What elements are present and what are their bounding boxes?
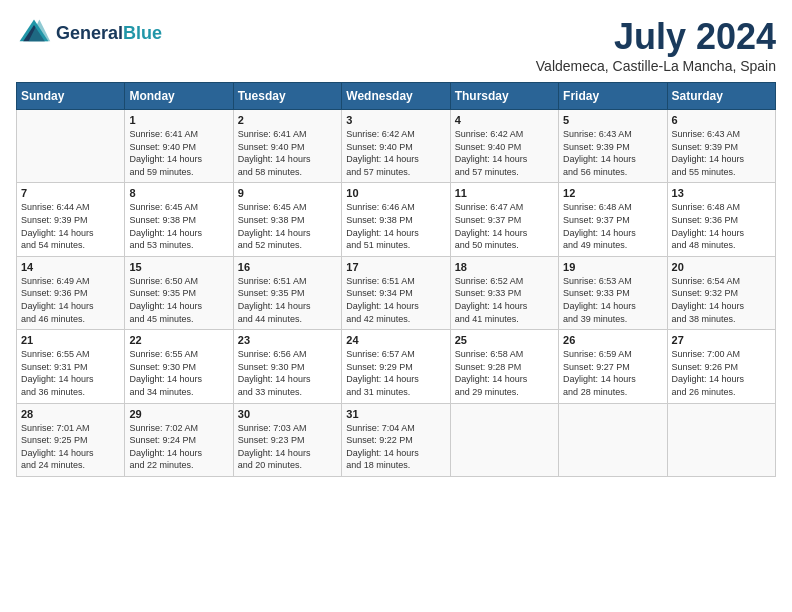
calendar-week-row: 14Sunrise: 6:49 AM Sunset: 9:36 PM Dayli… — [17, 256, 776, 329]
day-number: 7 — [21, 187, 120, 199]
calendar-cell: 18Sunrise: 6:52 AM Sunset: 9:33 PM Dayli… — [450, 256, 558, 329]
day-info: Sunrise: 7:02 AM Sunset: 9:24 PM Dayligh… — [129, 422, 228, 472]
day-header-sunday: Sunday — [17, 83, 125, 110]
day-number: 8 — [129, 187, 228, 199]
day-info: Sunrise: 6:57 AM Sunset: 9:29 PM Dayligh… — [346, 348, 445, 398]
day-info: Sunrise: 7:04 AM Sunset: 9:22 PM Dayligh… — [346, 422, 445, 472]
day-number: 14 — [21, 261, 120, 273]
calendar-cell: 22Sunrise: 6:55 AM Sunset: 9:30 PM Dayli… — [125, 330, 233, 403]
day-number: 25 — [455, 334, 554, 346]
day-info: Sunrise: 6:54 AM Sunset: 9:32 PM Dayligh… — [672, 275, 771, 325]
calendar-table: SundayMondayTuesdayWednesdayThursdayFrid… — [16, 82, 776, 477]
calendar-week-row: 21Sunrise: 6:55 AM Sunset: 9:31 PM Dayli… — [17, 330, 776, 403]
day-number: 29 — [129, 408, 228, 420]
day-number: 22 — [129, 334, 228, 346]
day-header-saturday: Saturday — [667, 83, 775, 110]
calendar-cell: 27Sunrise: 7:00 AM Sunset: 9:26 PM Dayli… — [667, 330, 775, 403]
calendar-cell: 11Sunrise: 6:47 AM Sunset: 9:37 PM Dayli… — [450, 183, 558, 256]
day-info: Sunrise: 6:58 AM Sunset: 9:28 PM Dayligh… — [455, 348, 554, 398]
day-info: Sunrise: 6:42 AM Sunset: 9:40 PM Dayligh… — [455, 128, 554, 178]
calendar-cell — [450, 403, 558, 476]
calendar-cell: 14Sunrise: 6:49 AM Sunset: 9:36 PM Dayli… — [17, 256, 125, 329]
calendar-cell: 5Sunrise: 6:43 AM Sunset: 9:39 PM Daylig… — [559, 110, 667, 183]
day-info: Sunrise: 7:01 AM Sunset: 9:25 PM Dayligh… — [21, 422, 120, 472]
calendar-cell: 31Sunrise: 7:04 AM Sunset: 9:22 PM Dayli… — [342, 403, 450, 476]
day-info: Sunrise: 7:00 AM Sunset: 9:26 PM Dayligh… — [672, 348, 771, 398]
day-number: 11 — [455, 187, 554, 199]
calendar-cell: 19Sunrise: 6:53 AM Sunset: 9:33 PM Dayli… — [559, 256, 667, 329]
calendar-week-row: 7Sunrise: 6:44 AM Sunset: 9:39 PM Daylig… — [17, 183, 776, 256]
day-number: 6 — [672, 114, 771, 126]
day-info: Sunrise: 6:55 AM Sunset: 9:30 PM Dayligh… — [129, 348, 228, 398]
logo: GeneralBlue — [16, 16, 162, 52]
calendar-cell: 7Sunrise: 6:44 AM Sunset: 9:39 PM Daylig… — [17, 183, 125, 256]
day-info: Sunrise: 6:43 AM Sunset: 9:39 PM Dayligh… — [672, 128, 771, 178]
calendar-cell: 6Sunrise: 6:43 AM Sunset: 9:39 PM Daylig… — [667, 110, 775, 183]
calendar-header-row: SundayMondayTuesdayWednesdayThursdayFrid… — [17, 83, 776, 110]
calendar-cell: 4Sunrise: 6:42 AM Sunset: 9:40 PM Daylig… — [450, 110, 558, 183]
day-number: 24 — [346, 334, 445, 346]
calendar-cell: 26Sunrise: 6:59 AM Sunset: 9:27 PM Dayli… — [559, 330, 667, 403]
calendar-cell: 15Sunrise: 6:50 AM Sunset: 9:35 PM Dayli… — [125, 256, 233, 329]
day-info: Sunrise: 6:51 AM Sunset: 9:34 PM Dayligh… — [346, 275, 445, 325]
calendar-cell — [17, 110, 125, 183]
calendar-cell: 20Sunrise: 6:54 AM Sunset: 9:32 PM Dayli… — [667, 256, 775, 329]
day-number: 5 — [563, 114, 662, 126]
calendar-cell — [559, 403, 667, 476]
day-number: 20 — [672, 261, 771, 273]
calendar-cell: 2Sunrise: 6:41 AM Sunset: 9:40 PM Daylig… — [233, 110, 341, 183]
logo-text: GeneralBlue — [56, 24, 162, 44]
day-number: 31 — [346, 408, 445, 420]
calendar-body: 1Sunrise: 6:41 AM Sunset: 9:40 PM Daylig… — [17, 110, 776, 477]
day-number: 26 — [563, 334, 662, 346]
day-number: 19 — [563, 261, 662, 273]
calendar-cell: 28Sunrise: 7:01 AM Sunset: 9:25 PM Dayli… — [17, 403, 125, 476]
day-number: 17 — [346, 261, 445, 273]
calendar-cell: 3Sunrise: 6:42 AM Sunset: 9:40 PM Daylig… — [342, 110, 450, 183]
day-number: 16 — [238, 261, 337, 273]
calendar-week-row: 1Sunrise: 6:41 AM Sunset: 9:40 PM Daylig… — [17, 110, 776, 183]
day-info: Sunrise: 6:43 AM Sunset: 9:39 PM Dayligh… — [563, 128, 662, 178]
day-number: 23 — [238, 334, 337, 346]
day-info: Sunrise: 7:03 AM Sunset: 9:23 PM Dayligh… — [238, 422, 337, 472]
calendar-cell: 24Sunrise: 6:57 AM Sunset: 9:29 PM Dayli… — [342, 330, 450, 403]
calendar-cell: 8Sunrise: 6:45 AM Sunset: 9:38 PM Daylig… — [125, 183, 233, 256]
month-title: July 2024 — [536, 16, 776, 58]
day-info: Sunrise: 6:52 AM Sunset: 9:33 PM Dayligh… — [455, 275, 554, 325]
day-info: Sunrise: 6:48 AM Sunset: 9:36 PM Dayligh… — [672, 201, 771, 251]
day-info: Sunrise: 6:44 AM Sunset: 9:39 PM Dayligh… — [21, 201, 120, 251]
calendar-week-row: 28Sunrise: 7:01 AM Sunset: 9:25 PM Dayli… — [17, 403, 776, 476]
day-info: Sunrise: 6:46 AM Sunset: 9:38 PM Dayligh… — [346, 201, 445, 251]
header: GeneralBlue July 2024 Valdemeca, Castill… — [16, 16, 776, 74]
calendar-cell: 30Sunrise: 7:03 AM Sunset: 9:23 PM Dayli… — [233, 403, 341, 476]
day-number: 27 — [672, 334, 771, 346]
day-number: 3 — [346, 114, 445, 126]
day-info: Sunrise: 6:41 AM Sunset: 9:40 PM Dayligh… — [238, 128, 337, 178]
logo-icon — [16, 16, 52, 52]
day-number: 28 — [21, 408, 120, 420]
day-info: Sunrise: 6:53 AM Sunset: 9:33 PM Dayligh… — [563, 275, 662, 325]
title-area: July 2024 Valdemeca, Castille-La Mancha,… — [536, 16, 776, 74]
day-info: Sunrise: 6:56 AM Sunset: 9:30 PM Dayligh… — [238, 348, 337, 398]
day-header-tuesday: Tuesday — [233, 83, 341, 110]
day-number: 1 — [129, 114, 228, 126]
day-header-monday: Monday — [125, 83, 233, 110]
day-info: Sunrise: 6:45 AM Sunset: 9:38 PM Dayligh… — [129, 201, 228, 251]
calendar-cell: 16Sunrise: 6:51 AM Sunset: 9:35 PM Dayli… — [233, 256, 341, 329]
day-number: 12 — [563, 187, 662, 199]
day-number: 9 — [238, 187, 337, 199]
day-info: Sunrise: 6:42 AM Sunset: 9:40 PM Dayligh… — [346, 128, 445, 178]
day-header-wednesday: Wednesday — [342, 83, 450, 110]
day-info: Sunrise: 6:50 AM Sunset: 9:35 PM Dayligh… — [129, 275, 228, 325]
day-number: 4 — [455, 114, 554, 126]
day-info: Sunrise: 6:51 AM Sunset: 9:35 PM Dayligh… — [238, 275, 337, 325]
calendar-cell: 29Sunrise: 7:02 AM Sunset: 9:24 PM Dayli… — [125, 403, 233, 476]
day-info: Sunrise: 6:47 AM Sunset: 9:37 PM Dayligh… — [455, 201, 554, 251]
calendar-cell: 9Sunrise: 6:45 AM Sunset: 9:38 PM Daylig… — [233, 183, 341, 256]
day-info: Sunrise: 6:55 AM Sunset: 9:31 PM Dayligh… — [21, 348, 120, 398]
day-info: Sunrise: 6:45 AM Sunset: 9:38 PM Dayligh… — [238, 201, 337, 251]
calendar-cell — [667, 403, 775, 476]
calendar-cell: 1Sunrise: 6:41 AM Sunset: 9:40 PM Daylig… — [125, 110, 233, 183]
day-number: 10 — [346, 187, 445, 199]
calendar-cell: 12Sunrise: 6:48 AM Sunset: 9:37 PM Dayli… — [559, 183, 667, 256]
